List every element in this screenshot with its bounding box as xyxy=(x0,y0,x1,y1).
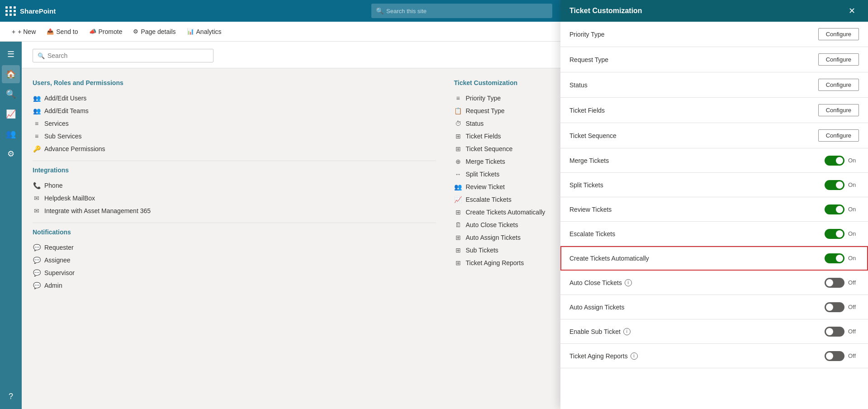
rail-help-button[interactable]: ? xyxy=(2,387,20,405)
panel-row-auto-close-tickets: Auto Close Tickets i Off xyxy=(560,271,868,295)
panel-row-label-ticket-fields: Ticket Fields xyxy=(569,107,605,114)
nav-item-integrate-asset[interactable]: ✉ Integrate with Asset Management 365 xyxy=(33,204,436,217)
nav-item-supervisor[interactable]: 💬 Supervisor xyxy=(33,266,436,279)
panel-body: Priority TypeConfigureRequest TypeConfig… xyxy=(560,22,868,409)
nav-item-helpdesk-mailbox[interactable]: ✉ Helpdesk MailBox xyxy=(33,192,436,204)
nav-item-requester[interactable]: 💬 Requester xyxy=(33,241,436,254)
promote-button[interactable]: 📣 Promote xyxy=(85,25,127,38)
panel-row-label-ticket-sequence: Ticket Sequence xyxy=(569,132,617,139)
nav-item-admin[interactable]: 💬 Admin xyxy=(33,279,436,292)
toggle-review-tickets[interactable] xyxy=(825,204,844,214)
toggle-enable-sub-ticket[interactable] xyxy=(825,327,844,337)
toggle-auto-close-tickets[interactable] xyxy=(825,278,844,288)
nav-item-sub-services[interactable]: ≡ Sub Services xyxy=(33,130,436,143)
panel-row-escalate-tickets: Escalate Tickets On xyxy=(560,222,868,246)
configure-button-priority-type[interactable]: Configure xyxy=(818,28,859,40)
panel-row-ticket-aging-reports: Ticket Aging Reports i Off xyxy=(560,344,868,368)
panel-row-create-tickets-auto: Create Tickets Automatically On xyxy=(560,246,868,271)
send-to-button[interactable]: 📤 Send to xyxy=(42,25,82,38)
advance-permissions-icon: 🔑 xyxy=(33,145,41,152)
nav-item-add-edit-teams[interactable]: 👥 Add/Edit Teams xyxy=(33,105,436,117)
nav-section-integrations-title: Integrations xyxy=(33,166,436,174)
rail-settings-button[interactable]: ⚙ xyxy=(2,145,20,163)
nav-item-advance-permissions[interactable]: 🔑 Advance Permissions xyxy=(33,143,436,155)
rail-menu-button[interactable]: ☰ xyxy=(2,45,20,63)
toggle-container-ticket-aging-reports: Off xyxy=(825,351,859,361)
toggle-auto-assign-tickets[interactable] xyxy=(825,302,844,312)
nav-item-phone[interactable]: 📞 Phone xyxy=(33,179,436,192)
info-icon-ticket-aging-reports[interactable]: i xyxy=(631,352,638,360)
rail-people-button[interactable]: 👥 xyxy=(2,125,20,143)
status-icon: ⏱ xyxy=(454,120,462,127)
ticket-aging-reports-icon: ⊞ xyxy=(454,259,462,266)
rail-search-button[interactable]: 🔍 xyxy=(2,85,20,103)
toggle-container-merge-tickets: On xyxy=(825,156,859,166)
toggle-container-split-tickets: On xyxy=(825,180,859,190)
sub-services-icon: ≡ xyxy=(33,133,41,140)
waffle-icon[interactable] xyxy=(5,6,16,16)
app-logo: SharePoint xyxy=(5,6,56,16)
global-search-input[interactable] xyxy=(386,8,548,14)
panel-close-button[interactable]: ✕ xyxy=(844,4,859,18)
info-icon-enable-sub-ticket[interactable]: i xyxy=(623,328,631,335)
configure-button-ticket-fields[interactable]: Configure xyxy=(818,104,859,116)
panel-row-ticket-fields: Ticket FieldsConfigure xyxy=(560,98,868,123)
escalate-tickets-icon: 📈 xyxy=(454,196,462,203)
nav-item-services[interactable]: ≡ Services xyxy=(33,117,436,130)
panel-row-split-tickets: Split Tickets On xyxy=(560,173,868,197)
page-search-input[interactable] xyxy=(47,52,138,59)
panel-row-status: StatusConfigure xyxy=(560,72,868,98)
panel-row-priority-type: Priority TypeConfigure xyxy=(560,22,868,47)
toggle-merge-tickets[interactable] xyxy=(825,156,844,166)
configure-button-ticket-sequence[interactable]: Configure xyxy=(818,129,859,142)
configure-button-request-type[interactable]: Configure xyxy=(818,53,859,66)
auto-assign-tickets-icon: ⊞ xyxy=(454,234,462,241)
priority-type-icon: ≡ xyxy=(454,95,462,102)
panel-row-label-ticket-aging-reports: Ticket Aging Reports i xyxy=(569,352,638,360)
panel-row-label-merge-tickets: Merge Tickets xyxy=(569,157,609,164)
ticket-fields-icon: ⊞ xyxy=(454,133,462,140)
send-to-icon: 📤 xyxy=(47,28,54,35)
panel-row-label-request-type: Request Type xyxy=(569,56,608,63)
toggle-split-tickets[interactable] xyxy=(825,180,844,190)
panel-row-merge-tickets: Merge Tickets On xyxy=(560,148,868,173)
toggle-container-auto-close-tickets: Off xyxy=(825,278,859,288)
panel-row-enable-sub-ticket: Enable Sub Ticket i Off xyxy=(560,319,868,344)
new-button[interactable]: + + New xyxy=(7,25,40,38)
panel-row-label-priority-type: Priority Type xyxy=(569,31,605,38)
toggle-container-auto-assign-tickets: Off xyxy=(825,302,859,312)
nav-item-assignee[interactable]: 💬 Assignee xyxy=(33,254,436,266)
rail-chart-button[interactable]: 📈 xyxy=(2,105,20,123)
panel-row-label-status: Status xyxy=(569,81,588,89)
analytics-icon: 📊 xyxy=(187,28,194,35)
nav-item-add-edit-users[interactable]: 👥 Add/Edit Users xyxy=(33,92,436,105)
nav-section-users: Users, Roles and Permissions 👥 Add/Edit … xyxy=(33,79,436,155)
search-icon: 🔍 xyxy=(376,7,384,14)
info-icon-auto-close-tickets[interactable]: i xyxy=(625,279,632,286)
sub-tickets-icon: ⊞ xyxy=(454,247,462,254)
toggle-label-escalate-tickets: On xyxy=(848,230,859,237)
toggle-label-auto-assign-tickets: Off xyxy=(848,304,859,310)
toggle-container-enable-sub-ticket: Off xyxy=(825,327,859,337)
toggle-ticket-aging-reports[interactable] xyxy=(825,351,844,361)
services-icon: ≡ xyxy=(33,120,41,127)
rail-home-button[interactable]: 🏠 xyxy=(2,65,20,83)
split-tickets-icon: ↔ xyxy=(454,171,462,178)
analytics-button[interactable]: 📊 Analytics xyxy=(182,25,226,38)
panel-row-label-split-tickets: Split Tickets xyxy=(569,181,603,189)
toggle-create-tickets-auto[interactable] xyxy=(825,253,844,263)
page-search-box[interactable]: 🔍 xyxy=(33,49,213,62)
promote-icon: 📣 xyxy=(89,28,96,35)
toggle-container-escalate-tickets: On xyxy=(825,229,859,239)
assignee-icon: 💬 xyxy=(33,257,41,264)
configure-button-status[interactable]: Configure xyxy=(818,79,859,91)
page-details-button[interactable]: ⚙ Page details xyxy=(128,25,180,38)
app-name: SharePoint xyxy=(20,7,56,15)
panel-row-auto-assign-tickets: Auto Assign Tickets Off xyxy=(560,295,868,319)
left-nav-column: Users, Roles and Permissions 👥 Add/Edit … xyxy=(33,79,436,292)
global-search-box[interactable]: 🔍 xyxy=(371,4,552,18)
toggle-label-split-tickets: On xyxy=(848,181,859,188)
auto-close-tickets-icon: 🗓 xyxy=(454,221,462,228)
nav-section-integrations: Integrations 📞 Phone ✉ Helpdesk MailBox … xyxy=(33,166,436,217)
toggle-escalate-tickets[interactable] xyxy=(825,229,844,239)
